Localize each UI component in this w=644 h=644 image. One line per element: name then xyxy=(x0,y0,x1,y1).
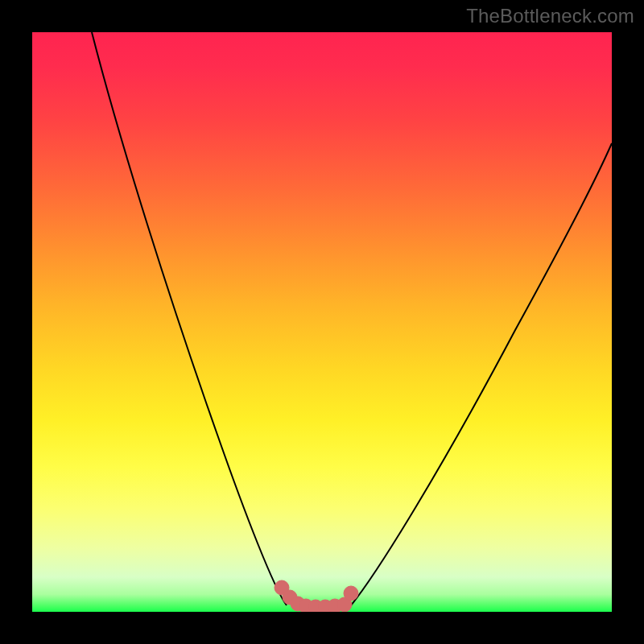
curve-layer xyxy=(32,32,612,612)
watermark-text: TheBottleneck.com xyxy=(466,5,634,27)
plot-area xyxy=(32,32,612,612)
chart-frame: TheBottleneck.com xyxy=(0,0,644,644)
dot xyxy=(344,586,358,601)
bottom-dots-group xyxy=(275,580,358,612)
left-branch-path xyxy=(92,32,287,605)
right-branch-path xyxy=(351,143,612,605)
